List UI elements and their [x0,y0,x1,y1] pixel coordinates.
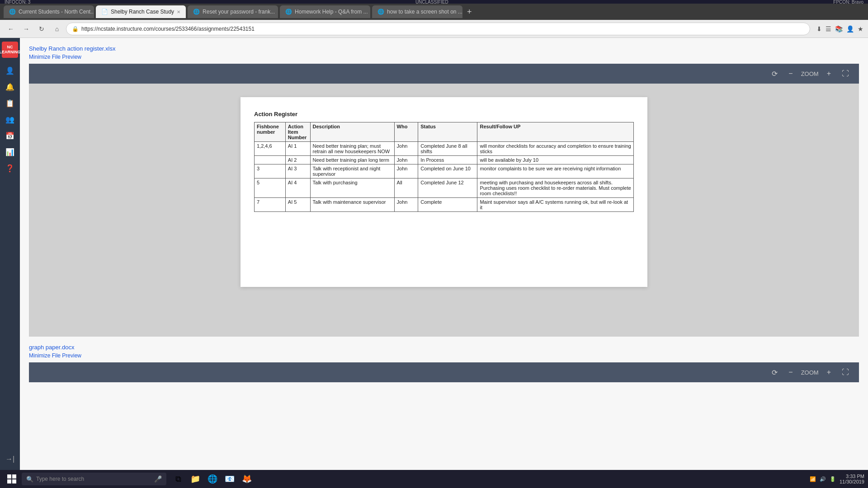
taskbar-app-explorer[interactable]: 📁 [187,471,203,487]
infocon-label: INFOCON: 3 [5,0,30,5]
fishbone-cell: 7 [255,198,286,212]
ai-cell: AI 5 [285,198,310,212]
home-button[interactable]: ⌂ [51,23,63,35]
clock-date: 11/30/2019 [840,479,864,484]
reload-button[interactable]: ↻ [35,23,48,35]
zoom-in-icon[interactable]: + [824,68,834,80]
search-placeholder: Type here to search [36,476,84,482]
tab-icon: 🌐 [377,9,384,15]
fishbone-cell: 5 [255,178,286,198]
taskbar-app-edge[interactable]: 🌐 [204,471,221,487]
status-cell: In Process [418,156,477,164]
bookmark-star-icon[interactable]: ★ [858,25,863,33]
fpcon-label: FPCON: Bravo [833,0,863,5]
taskbar-apps: ⧉ 📁 🌐 📧 🦊 [170,471,255,487]
tab-screenshot[interactable]: 🌐 how to take a screen shot on ... ✕ [372,5,462,18]
ai-cell: AI 1 [285,142,310,156]
zoom-label-2: ZOOM [801,369,819,376]
menu-icon[interactable]: ☰ [826,25,831,33]
who-cell: John [394,198,418,212]
new-tab-button[interactable]: + [464,7,475,17]
description-cell: Talk with receptionist and night supervi… [310,164,394,178]
header-result: Result/Follow UP [477,122,634,142]
start-button[interactable] [4,471,20,487]
sheet-title: Action Register [254,111,634,117]
sidebar-logo: NCLEARNING [2,42,18,58]
taskbar-clock: 3:33 PM 11/30/2019 [840,474,864,484]
taskbar-battery-icon: 🔋 [830,476,836,482]
file1-minimize[interactable]: Minimize File Preview [29,54,859,60]
header-who: Who [394,122,418,142]
spreadsheet: Action Register Fishbone number Action I… [241,97,647,287]
header-ai: Action Item Number [285,122,310,142]
tab-icon: 📄 [101,9,108,15]
taskbar-app-outlook[interactable]: 📧 [222,471,238,487]
taskbar-app-task-view[interactable]: ⧉ [170,471,186,487]
who-cell: John [394,164,418,178]
fullscreen-icon-2[interactable]: ⛶ [839,366,852,378]
doc-viewer-1: ⟳ − ZOOM + ⛶ Action Register Fishbone nu… [29,64,859,337]
reload-doc-icon-2[interactable]: ⟳ [769,366,780,379]
back-button[interactable]: ← [5,23,17,35]
tab-current-students[interactable]: 🌐 Current Students - North Cent... ✕ [4,5,94,18]
address-bar[interactable]: 🔒 https://ncstate.instructure.com/course… [66,23,810,35]
zoom-in-icon-2[interactable]: + [824,366,834,378]
result-cell: will monitor checklists for accuracy and… [477,142,634,156]
close-icon[interactable]: ✕ [278,9,278,14]
description-cell: Need better training plan; must retrain … [310,142,394,156]
description-cell: Talk with maintenance supervisor [310,198,394,212]
sidebar-item-calendar[interactable]: 📅 [3,128,17,143]
tab-homework-help[interactable]: 🌐 Homework Help - Q&A from ... ✕ [280,5,370,18]
taskbar-right: 📶 🔊 🔋 3:33 PM 11/30/2019 [810,474,864,484]
sidebar-item-notifications[interactable]: 🔔 [3,80,17,94]
header-description: Description [310,122,394,142]
status-cell: Completed June 12 [418,178,477,198]
fishbone-cell: 3 [255,164,286,178]
doc-content-1: Action Register Fishbone number Action I… [29,84,859,337]
file1-link[interactable]: Shelby Ranch action register.xlsx [29,45,859,52]
zoom-out-icon-2[interactable]: − [786,366,795,378]
profile-icon[interactable]: 👤 [846,25,854,33]
result-cell: monitor complaints to be sure we are rec… [477,164,634,178]
forward-button[interactable]: → [20,23,33,35]
description-cell: Need better training plan long term [310,156,394,164]
header-status: Status [418,122,477,142]
fishbone-cell [255,156,286,164]
fullscreen-icon[interactable]: ⛶ [839,68,852,80]
tab-shelby-ranch[interactable]: 📄 Shelby Ranch Case Study ✕ [96,5,186,18]
search-box[interactable]: 🔍 Type here to search 🎤 [22,473,166,485]
sidebar-item-assignments[interactable]: 📋 [3,96,17,110]
file2-minimize[interactable]: Minimize File Preview [29,352,859,359]
sidebar: NCLEARNING 👤 🔔 📋 👥 📅 📊 ❓ →| [0,38,20,470]
doc-toolbar-2: ⟳ − ZOOM + ⛶ [29,362,859,382]
tab-icon: 🌐 [193,9,200,15]
zoom-out-icon[interactable]: − [786,68,795,80]
sidebar-item-grades[interactable]: 📊 [3,145,17,159]
microphone-icon[interactable]: 🎤 [154,475,162,483]
browser-right-icons: ⬇ ☰ 📚 👤 ★ [816,25,863,33]
close-icon[interactable]: ✕ [177,9,180,14]
result-cell: meeting with purchasing and housekeepers… [477,178,634,198]
main-layout: NCLEARNING 👤 🔔 📋 👥 📅 📊 ❓ →| Shelby Ranch… [0,38,868,470]
sidebar-item-help[interactable]: ❓ [3,161,17,175]
classification-label: UNCLASSIFIED [415,0,448,5]
browser-controls: ← → ↻ ⌂ 🔒 https://ncstate.instructure.co… [0,20,868,38]
sidebar-item-groups[interactable]: 👥 [3,112,17,127]
table-row: 5AI 4Talk with purchasingAllCompleted Ju… [255,178,634,198]
tab-reset-password[interactable]: 🌐 Reset your password - frank... ✕ [188,5,278,18]
sidebar-item-profile[interactable]: 👤 [3,63,17,78]
clock-time: 3:33 PM [840,474,864,479]
file2-link[interactable]: graph paper.docx [29,344,859,351]
ai-cell: AI 3 [285,164,310,178]
reload-doc-icon[interactable]: ⟳ [769,68,780,80]
download-icon[interactable]: ⬇ [816,25,822,33]
system-bar: INFOCON: 3 UNCLASSIFIED FPCON: Bravo [0,0,868,4]
description-cell: Talk with purchasing [310,178,394,198]
doc-viewer-2: ⟳ − ZOOM + ⛶ [29,362,859,382]
taskbar-app-firefox[interactable]: 🦊 [239,471,255,487]
sidebar-item-collapse[interactable]: →| [3,452,17,466]
ai-cell: AI 4 [285,178,310,198]
bookmarks-icon[interactable]: 📚 [835,25,843,33]
tab-icon: 🌐 [285,9,292,15]
result-cell: Maint supervisor says all A/C systems ru… [477,198,634,212]
